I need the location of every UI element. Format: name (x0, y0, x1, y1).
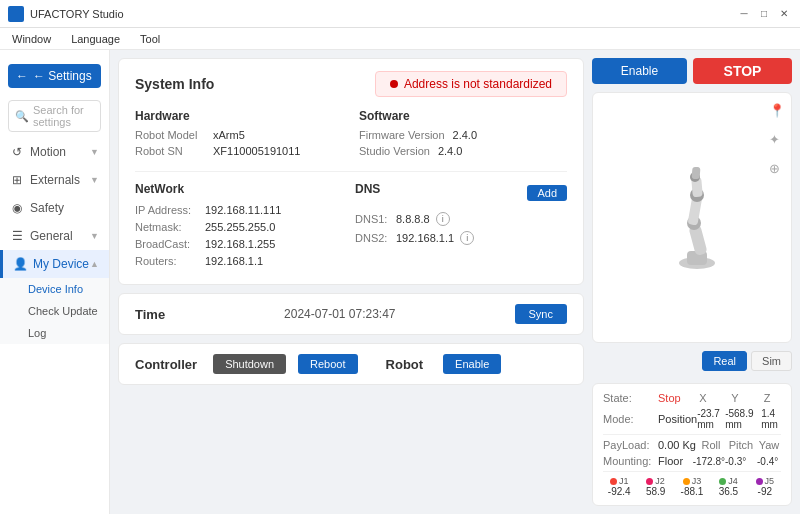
sync-button[interactable]: Sync (515, 304, 567, 324)
sidebar-item-my-device[interactable]: 👤 My Device ▲ (0, 250, 109, 278)
netmask-label: Netmask: (135, 221, 205, 233)
reboot-button[interactable]: Reboot (298, 354, 357, 374)
menu-window[interactable]: Window (8, 31, 55, 47)
routers-value: 192.168.1.1 (205, 255, 263, 267)
close-button[interactable]: ✕ (776, 6, 792, 22)
sim-mode-button[interactable]: Sim (751, 351, 792, 371)
j3-dot (683, 478, 690, 485)
back-arrow-icon: ← (16, 69, 28, 83)
log-label: Log (28, 327, 46, 339)
dns-header: DNS Add (355, 182, 567, 204)
sidebar-child-check-update[interactable]: Check Update (0, 300, 109, 322)
titlebar: UFACTORY Studio ─ □ ✕ (0, 0, 800, 28)
sidebar-item-externals[interactable]: ⊞ Externals ▼ (0, 166, 109, 194)
location-icon[interactable]: 📍 (769, 103, 785, 118)
robot-enable-button[interactable]: Enable (443, 354, 501, 374)
menu-tool[interactable]: Tool (136, 31, 164, 47)
chevron-up-icon: ▲ (90, 259, 99, 269)
controller-card: Controller Shutdown Reboot Robot Enable (118, 343, 584, 385)
studio-version-value: 2.4.0 (438, 145, 462, 157)
settings-back-button[interactable]: ← ← Settings (8, 64, 101, 88)
robot-model-row: Robot Model xArm5 (135, 129, 343, 141)
left-panel: System Info Address is not standardized … (118, 58, 584, 506)
svg-rect-8 (691, 166, 700, 179)
hardware-title: Hardware (135, 109, 343, 123)
dns2-label: DNS2: (355, 232, 390, 244)
payload-value: 0.00 Kg (658, 439, 696, 451)
my-device-icon: 👤 (13, 257, 27, 271)
chevron-down-icon-3: ▼ (90, 231, 99, 241)
search-icon: 🔍 (15, 110, 29, 123)
dns2-info-icon[interactable]: i (460, 231, 474, 245)
safety-icon: ◉ (10, 201, 24, 215)
mode-value: Position (658, 413, 697, 425)
right-top-controls: Enable STOP (592, 58, 792, 84)
transform-icon[interactable]: ✦ (769, 132, 785, 147)
sidebar-child-device-info[interactable]: Device Info (0, 278, 109, 300)
payload-label: PayLoad: (603, 439, 658, 451)
mounting-rpy-row: Mounting: Floor -172.8° -0.3° -0.4° (603, 455, 781, 467)
joint-j2: J2 58.9 (639, 476, 671, 497)
time-card: Time 2024-07-01 07:23:47 Sync (118, 293, 584, 335)
studio-row: Studio Version 2.4.0 (359, 145, 567, 157)
window-controls: ─ □ ✕ (736, 6, 792, 22)
minimize-button[interactable]: ─ (736, 6, 752, 22)
add-dns-button[interactable]: Add (527, 185, 567, 201)
software-section: Software Firmware Version 2.4.0 Studio V… (359, 109, 567, 161)
network-section: NetWork IP Address: 192.168.11.111 Netma… (135, 182, 567, 272)
joint-j5: J5 -92 (749, 476, 781, 497)
address-warning-text: Address is not standardized (404, 77, 552, 91)
studio-version-label: Studio Version (359, 145, 430, 157)
controller-label: Controller (135, 357, 197, 372)
settings-icon[interactable]: ⊕ (769, 161, 785, 176)
device-info-label: Device Info (28, 283, 83, 295)
broadcast-row: BroadCast: 192.168.1.255 (135, 238, 347, 250)
hardware-section: Hardware Robot Model xArm5 Robot SN XF11… (135, 109, 343, 161)
sidebar-item-safety[interactable]: ◉ Safety (0, 194, 109, 222)
state-label: State: (603, 392, 658, 404)
robot-model-label: Robot Model (135, 129, 205, 141)
y-header: Y (717, 392, 753, 404)
sidebar-item-motion[interactable]: ↺ Motion ▼ (0, 138, 109, 166)
address-warning-banner: Address is not standardized (375, 71, 567, 97)
joint-j3: J3 -88.1 (676, 476, 708, 497)
maximize-button[interactable]: □ (756, 6, 772, 22)
sidebar-child-log[interactable]: Log (0, 322, 109, 344)
robot-model-value: xArm5 (213, 129, 245, 141)
real-mode-button[interactable]: Real (702, 351, 747, 371)
state-value: Stop (658, 392, 681, 404)
j3-value: -88.1 (676, 486, 708, 497)
enable-button[interactable]: Enable (592, 58, 687, 84)
j5-label: J5 (765, 476, 775, 486)
joint-divider (603, 471, 781, 472)
general-icon: ☰ (10, 229, 24, 243)
app-title: UFACTORY Studio (30, 8, 124, 20)
sidebar-item-general[interactable]: ☰ General ▼ (0, 222, 109, 250)
shutdown-button[interactable]: Shutdown (213, 354, 286, 374)
right-panel: Enable STOP (592, 58, 792, 506)
robot-visualization: 📍 ✦ ⊕ (592, 92, 792, 343)
chevron-down-icon-2: ▼ (90, 175, 99, 185)
j2-value: 58.9 (639, 486, 671, 497)
j2-label: J2 (655, 476, 665, 486)
dns1-row: DNS1: 8.8.8.8 i (355, 212, 567, 226)
dns1-label: DNS1: (355, 213, 390, 225)
check-update-label: Check Update (28, 305, 98, 317)
j4-value: 36.5 (712, 486, 744, 497)
content-area: System Info Address is not standardized … (110, 50, 800, 514)
robot-sn-value: XF110005191011 (213, 145, 300, 157)
menu-language[interactable]: Language (67, 31, 124, 47)
search-box[interactable]: 🔍 Search for settings (8, 100, 101, 132)
dns-section: DNS Add DNS1: 8.8.8.8 i DNS2: 192.168.1.… (355, 182, 567, 272)
app-logo (8, 6, 24, 22)
sidebar-my-device-label: My Device (33, 257, 89, 271)
j4-dot (719, 478, 726, 485)
stop-button[interactable]: STOP (693, 58, 792, 84)
j2-dot (646, 478, 653, 485)
system-info-card: System Info Address is not standardized … (118, 58, 584, 285)
system-info-header: System Info Address is not standardized (135, 71, 567, 97)
dns1-info-icon[interactable]: i (436, 212, 450, 226)
mode-label: Mode: (603, 413, 658, 425)
j5-dot (756, 478, 763, 485)
robot-sn-label: Robot SN (135, 145, 205, 157)
